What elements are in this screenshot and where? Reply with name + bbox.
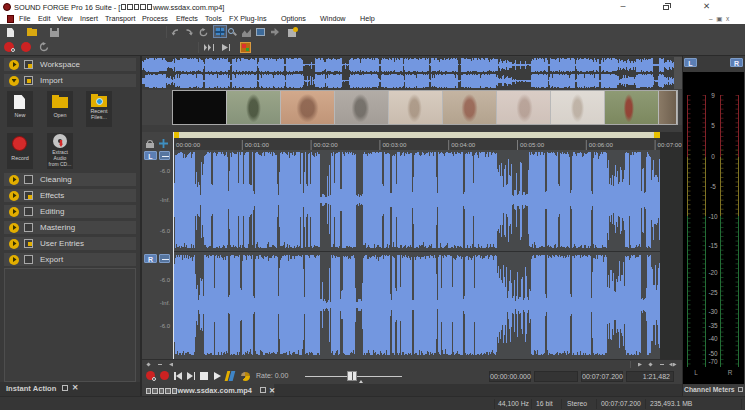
svg-text:-35: -35 xyxy=(708,322,718,329)
svg-text:-25: -25 xyxy=(708,289,718,296)
svg-text:9: 9 xyxy=(711,92,715,99)
svg-text:-30: -30 xyxy=(708,308,718,315)
svg-text:-10: -10 xyxy=(708,213,718,220)
svg-text:-5: -5 xyxy=(710,183,716,190)
svg-text:R: R xyxy=(728,369,733,376)
svg-text:-50: -50 xyxy=(708,350,718,357)
svg-text:-20: -20 xyxy=(708,269,718,276)
svg-text:-15: -15 xyxy=(708,242,718,249)
svg-text:-70: -70 xyxy=(708,358,718,365)
svg-text:-40: -40 xyxy=(708,335,718,342)
svg-text:0: 0 xyxy=(711,153,715,160)
svg-text:5: 5 xyxy=(711,122,715,129)
svg-text:L: L xyxy=(694,369,698,376)
